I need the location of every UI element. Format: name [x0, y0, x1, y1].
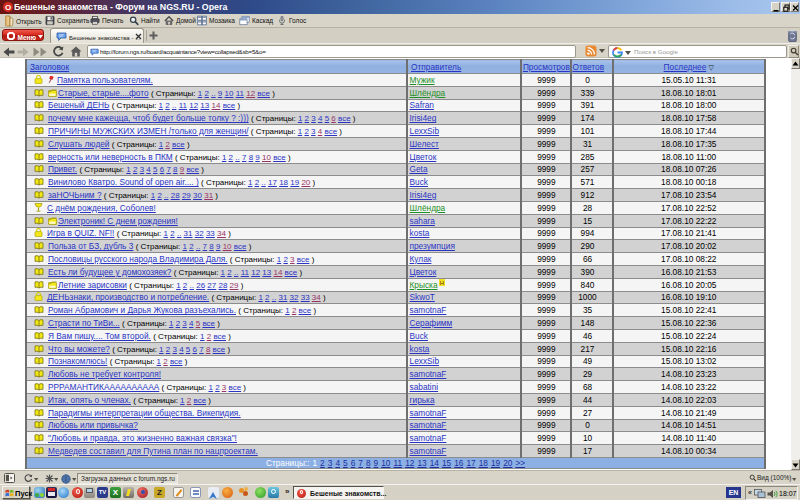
svg-text:Н: Н: [439, 280, 443, 286]
svg-text:O: O: [5, 3, 11, 12]
